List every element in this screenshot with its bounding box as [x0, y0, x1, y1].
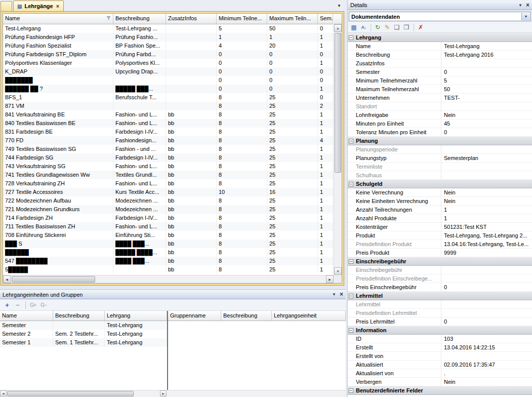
horizontal-scroll-thumb[interactable]: [7, 391, 134, 396]
filter-icon[interactable]: [106, 15, 111, 21]
table-row[interactable]: Prüfung Farbdesign STF_DiplomPrüfung Far…: [3, 50, 334, 59]
table-row[interactable]: 743 Verkaufstraining SGFashion- und L...…: [3, 162, 334, 171]
sort-az-icon[interactable]: A↓: [359, 23, 368, 32]
property-value[interactable]: 0: [441, 283, 532, 291]
combo-dropdown-icon[interactable]: ▼: [521, 13, 530, 20]
dokumentendaten-combo[interactable]: Dokumentendaten ▼: [349, 12, 531, 21]
column-header-zusatzinfos[interactable]: ZusatzInfos: [166, 14, 217, 24]
property-value[interactable]: [441, 352, 532, 360]
scroll-left-button[interactable]: ◀: [3, 275, 11, 283]
table-row[interactable]: 770 FDFashiondesign...bb8254: [3, 136, 334, 145]
property-value[interactable]: [441, 102, 532, 110]
collapse-icon[interactable]: −: [349, 328, 353, 333]
table-row[interactable]: 547 ████████████ ███...bb8251: [3, 257, 334, 265]
panel-menu-icon[interactable]: ▼: [332, 292, 336, 297]
property-value[interactable]: [441, 145, 532, 153]
panel-close-icon[interactable]: ×: [526, 3, 529, 8]
property-value[interactable]: 45: [441, 120, 532, 128]
remove-group-button[interactable]: G−: [38, 300, 49, 310]
table-row[interactable]: K_DRAPUpcycling Drap...000: [3, 67, 334, 76]
add-button[interactable]: +: [2, 300, 12, 310]
table-row[interactable]: 871 VM8252: [3, 102, 334, 110]
column-header-name[interactable]: Name: [0, 311, 53, 321]
scroll-down-button[interactable]: ▼: [334, 267, 342, 275]
property-value[interactable]: 02.09.2016 17:35:47: [441, 361, 532, 369]
collapse-icon[interactable]: −: [349, 35, 353, 40]
property-value[interactable]: Nein: [441, 197, 532, 205]
table-row[interactable]: 840 Textiles Basiswissen BEFashion- und …: [3, 119, 334, 128]
table-row[interactable]: 721 Modezeichnen GrundkursModezeichnen .…: [3, 205, 334, 214]
column-header-sem[interactable]: Sem...: [318, 14, 333, 24]
table-row[interactable]: 831 Farbdesign BEFarbdesign I-IV...bb825…: [3, 128, 334, 136]
vertical-scroll-thumb[interactable]: [335, 33, 341, 173]
table-row[interactable]: 714 Farbdesign ZHFarbdesign I-IV...bb825…: [3, 214, 334, 222]
scroll-left-button[interactable]: ◀: [0, 390, 7, 396]
property-value[interactable]: 13.04.16:Test-Lehrgang, Test-Le...: [441, 240, 532, 248]
property-value[interactable]: TEST-: [441, 94, 532, 102]
collapse-icon[interactable]: −: [349, 139, 353, 143]
table-row[interactable]: 722 Modezeichnen AufbauModezeichnen ...b…: [3, 196, 334, 205]
categorized-view-icon[interactable]: ▦: [349, 23, 358, 32]
scroll-right-button[interactable]: ▶: [160, 390, 167, 396]
column-header-beschreibung[interactable]: Beschreibung: [221, 311, 272, 321]
table-row[interactable]: 5█████bb8251: [3, 265, 334, 274]
property-value[interactable]: Test-Lehrgang 2016: [441, 51, 532, 59]
column-header-minimum-teilne[interactable]: Minimum Teilne...: [217, 14, 267, 24]
table-row[interactable]: Prüfung Fashiondesign HFPPrüfung Fashio.…: [3, 33, 334, 42]
panel-menu-icon[interactable]: ▼: [518, 3, 522, 8]
tab-lehrgaenge[interactable]: ▤ Lehrgänge ×: [13, 1, 64, 11]
delete-icon[interactable]: ✗: [416, 23, 425, 32]
collapse-icon[interactable]: −: [349, 259, 353, 264]
table-row[interactable]: ███████000: [3, 76, 334, 85]
table-row[interactable]: 727 Textile AccessoiresKurs Textile Acc.…: [3, 188, 334, 196]
table-row[interactable]: ███ S████ ███...bb8251: [3, 240, 334, 248]
table-row[interactable]: SemesterTest-Lehrgang: [0, 321, 167, 330]
table-row[interactable]: 741 Textiles Grundlagewissen WwTextiles …: [3, 171, 334, 179]
scroll-right-button[interactable]: ▶: [326, 275, 334, 283]
property-value[interactable]: [441, 274, 532, 283]
table-row[interactable]: 728 Verkaufstraining ZHFashion- und L...…: [3, 179, 334, 188]
column-header-maximum-teiln[interactable]: Maximum Teiln...: [267, 14, 318, 24]
tab-stub[interactable]: [1, 1, 12, 11]
property-value[interactable]: .: [441, 369, 532, 377]
column-header-gruppenname[interactable]: Gruppenname: [168, 311, 221, 321]
new-document-icon[interactable]: ❏: [392, 23, 401, 32]
property-value[interactable]: Nein: [441, 378, 532, 386]
property-value[interactable]: [441, 300, 532, 308]
table-row[interactable]: ██████ ██ ?█████ ███...001: [3, 85, 334, 93]
panel-close-icon[interactable]: ×: [340, 292, 343, 297]
add-group-button[interactable]: G+: [28, 300, 38, 310]
column-header-name[interactable]: Name: [3, 14, 113, 24]
property-value[interactable]: 5: [441, 76, 532, 85]
table-row[interactable]: Prüfung Fashion SpezialistBP Fashion Spe…: [3, 42, 334, 50]
property-value[interactable]: 9999: [441, 249, 532, 257]
property-value[interactable]: 0: [441, 128, 532, 136]
column-header-lehrgangseinheit[interactable]: Lehrgangseinheit: [272, 311, 346, 321]
table-row[interactable]: 708 Einführung StickereiEinführung Sti..…: [3, 231, 334, 240]
property-value[interactable]: [441, 309, 532, 317]
property-value[interactable]: Test-Lehrgang: [441, 42, 532, 50]
property-value[interactable]: [441, 163, 532, 171]
horizontal-scrollbar[interactable]: ◀ ▶: [3, 275, 334, 283]
property-value[interactable]: [441, 59, 532, 67]
property-value[interactable]: 501231:Test KST: [441, 223, 532, 231]
property-value[interactable]: 0: [441, 317, 532, 326]
property-value[interactable]: 0: [441, 68, 532, 76]
scroll-up-button[interactable]: ▲: [334, 24, 342, 32]
refresh-icon[interactable]: ↻: [373, 23, 382, 32]
column-header-beschreibung[interactable]: Beschreibung: [53, 311, 105, 321]
edit-icon[interactable]: ✎: [383, 23, 392, 32]
copy-icon[interactable]: ❐: [402, 23, 411, 32]
property-value[interactable]: Test-Lehrgang, Test-Lehrgang 2...: [441, 231, 532, 240]
collapse-icon[interactable]: −: [349, 294, 353, 298]
property-value[interactable]: 103: [441, 335, 532, 343]
table-row[interactable]: 749 Textiles Basiswissen SGFashion - und…: [3, 145, 334, 153]
table-row[interactable]: 744 Farbdesign SGFarbdesign I-IV...bb825…: [3, 153, 334, 162]
table-row[interactable]: Test-LehrgangTest-Lehrgang ...5500: [3, 24, 334, 33]
property-value[interactable]: 13.04.2016 14:22:15: [441, 343, 532, 351]
property-value[interactable]: 50: [441, 85, 532, 93]
property-value[interactable]: Semesterplan: [441, 154, 532, 162]
collapse-icon[interactable]: −: [349, 388, 353, 393]
table-row[interactable]: BFS_1Berufsschule T...8250: [3, 93, 334, 102]
vertical-scrollbar[interactable]: ▲ ▼: [334, 24, 342, 275]
